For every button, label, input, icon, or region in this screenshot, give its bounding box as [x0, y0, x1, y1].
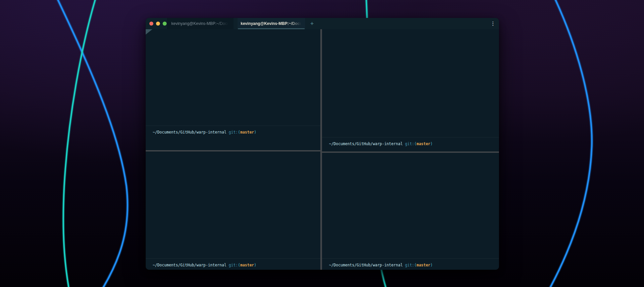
- prompt-git-branch: master: [416, 263, 430, 267]
- prompt-path: ~/Documents/GitHub/warp-internal: [329, 263, 403, 267]
- terminal-pane-bottom-left[interactable]: ~/Documents/GitHub/warp-internalgit:(mas…: [146, 151, 320, 270]
- tab-terminal-1-label: kevinyang@Kevins-MBP:~/Docu: [171, 21, 229, 26]
- close-button[interactable]: [149, 22, 153, 26]
- prompt-git-label: git:: [229, 130, 238, 135]
- prompt-block: ~/Documents/GitHub/warp-internalgit:(mas…: [146, 126, 320, 135]
- block-separator: [146, 126, 320, 126]
- pane-corner-indicator-icon: [146, 29, 152, 35]
- plus-icon: +: [310, 20, 314, 27]
- terminal-pane-bottom-right[interactable]: ~/Documents/GitHub/warp-internalgit:(mas…: [322, 153, 499, 270]
- pane-divider-vertical[interactable]: [320, 29, 322, 270]
- shell-prompt: ~/Documents/GitHub/warp-internalgit:(mas…: [322, 142, 499, 146]
- tab-terminal-1[interactable]: kevinyang@Kevins-MBP:~/Docu: [167, 18, 234, 29]
- prompt-git-branch: master: [416, 142, 430, 146]
- terminal-window: kevinyang@Kevins-MBP:~/Docu kevinyang@Ke…: [146, 18, 499, 270]
- prompt-git-branch: master: [240, 130, 254, 135]
- terminal-pane-top-right[interactable]: ~/Documents/GitHub/warp-internalgit:(mas…: [322, 29, 499, 151]
- window-menu-button[interactable]: ⋮: [489, 18, 499, 29]
- prompt-block: ~/Documents/GitHub/warp-internalgit:(mas…: [322, 137, 499, 146]
- traffic-lights: [146, 18, 167, 29]
- tab-terminal-2-label: kevinyang@Kevins-MBP:~/Docu: [241, 21, 302, 26]
- pane-divider-horizontal-left[interactable]: [146, 150, 320, 151]
- tab-terminal-2[interactable]: kevinyang@Kevins-MBP:~/Docu: [238, 18, 305, 29]
- shell-prompt: ~/Documents/GitHub/warp-internalgit:(mas…: [146, 263, 320, 267]
- prompt-git-branch: master: [240, 263, 254, 267]
- titlebar: kevinyang@Kevins-MBP:~/Docu kevinyang@Ke…: [146, 18, 499, 29]
- pane-divider-horizontal-right[interactable]: [322, 151, 499, 153]
- prompt-paren-close: ): [254, 130, 256, 135]
- block-separator: [322, 137, 499, 138]
- block-separator: [322, 258, 499, 259]
- prompt-block: ~/Documents/GitHub/warp-internalgit:(mas…: [322, 258, 499, 267]
- prompt-block: ~/Documents/GitHub/warp-internalgit:(mas…: [146, 258, 320, 267]
- prompt-paren-close: ): [430, 263, 433, 267]
- desktop: kevinyang@Kevins-MBP:~/Docu kevinyang@Ke…: [0, 0, 644, 287]
- prompt-path: ~/Documents/GitHub/warp-internal: [153, 130, 227, 135]
- shell-prompt: ~/Documents/GitHub/warp-internalgit:(mas…: [146, 130, 320, 135]
- prompt-git-label: git:: [405, 263, 414, 267]
- minimize-button[interactable]: [156, 22, 160, 26]
- prompt-path: ~/Documents/GitHub/warp-internal: [153, 263, 227, 267]
- new-tab-button[interactable]: +: [308, 18, 316, 29]
- prompt-paren-close: ): [430, 142, 433, 146]
- prompt-paren-close: ): [254, 263, 256, 267]
- maximize-button[interactable]: [163, 22, 167, 26]
- terminal-pane-top-left[interactable]: ~/Documents/GitHub/warp-internalgit:(mas…: [146, 29, 320, 150]
- kebab-menu-icon: ⋮: [491, 21, 496, 27]
- prompt-path: ~/Documents/GitHub/warp-internal: [329, 142, 403, 146]
- prompt-git-label: git:: [405, 142, 414, 146]
- block-separator: [146, 258, 320, 259]
- shell-prompt: ~/Documents/GitHub/warp-internalgit:(mas…: [322, 263, 499, 267]
- prompt-git-label: git:: [229, 263, 238, 267]
